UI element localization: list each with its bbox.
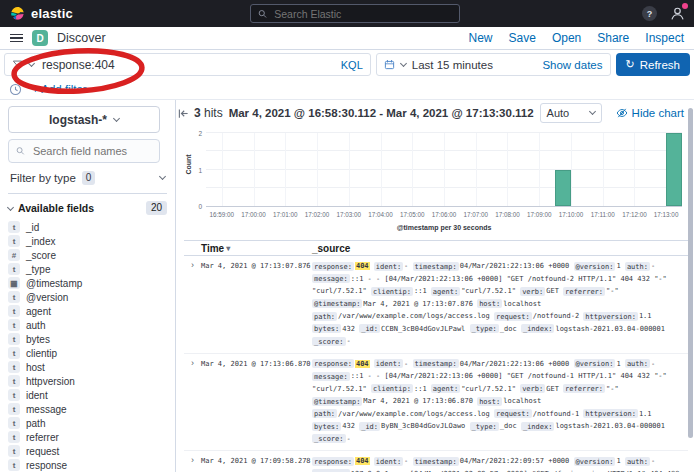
gridline <box>571 133 572 206</box>
y-tick-label: 2 <box>198 130 202 137</box>
field-item-@timestamp[interactable]: ▦@timestamp <box>8 276 167 290</box>
expand-row-icon[interactable]: › <box>184 455 201 472</box>
scrollbar[interactable] <box>688 108 693 438</box>
field-item-bytes[interactable]: tbytes <box>8 332 167 346</box>
gridline <box>507 133 508 206</box>
field-item-agent[interactable]: tagent <box>8 304 167 318</box>
expand-row-icon[interactable]: › <box>184 358 201 446</box>
field-item-_score[interactable]: #_score <box>8 248 167 262</box>
hide-chart-button[interactable]: Hide chart <box>616 107 684 119</box>
field-search-input[interactable] <box>31 144 152 158</box>
saved-query-icon[interactable] <box>9 83 22 96</box>
user-avatar[interactable] <box>669 5 686 22</box>
query-language-button[interactable]: KQL <box>341 59 363 71</box>
histogram-bar[interactable] <box>666 133 682 206</box>
source-field-badge: referrer: <box>563 384 605 393</box>
source-value: _doc <box>500 422 517 430</box>
source-value: GET <box>546 287 559 295</box>
field-item-referrer[interactable]: treferrer <box>8 430 167 444</box>
source-field-badge: @timestamp: <box>312 397 362 406</box>
chart-plot[interactable]: 012 <box>206 133 682 207</box>
field-item-httpversion[interactable]: thttpversion <box>8 374 167 388</box>
field-item-_type[interactable]: t_type <box>8 262 167 276</box>
new-button[interactable]: New <box>469 31 493 45</box>
field-item-_index[interactable]: t_index <box>8 234 167 248</box>
source-value: Mar 4, 2021 @ 17:13:07.876 <box>363 300 473 308</box>
x-tick-label: 17:13:00 <box>654 211 679 218</box>
source-field-badge: ident: <box>374 359 403 368</box>
sort-desc-icon: ▾ <box>226 244 230 253</box>
open-button[interactable]: Open <box>552 31 581 45</box>
field-label: referrer <box>26 432 59 443</box>
field-item-clientip[interactable]: tclientip <box>8 346 167 360</box>
global-header: elastic ? <box>0 0 694 27</box>
query-input-box[interactable]: KQL <box>4 53 371 76</box>
chevron-down-icon[interactable] <box>400 59 407 66</box>
row-timestamp: Mar 4, 2021 @ 17:09:58.278 <box>201 455 312 472</box>
table-row: ›Mar 4, 2021 @ 17:13:06.870response:404 … <box>184 354 688 452</box>
filter-by-type[interactable]: Filter by type 0 <box>8 163 167 194</box>
discover-main: 3 hits Mar 4, 2021 @ 16:58:30.112 - Mar … <box>176 100 694 472</box>
refresh-icon: ↻ <box>626 58 635 71</box>
field-item-_id[interactable]: t_id <box>8 220 167 234</box>
date-picker[interactable]: Last 15 minutes Show dates <box>376 53 611 76</box>
index-pattern-select[interactable]: logstash-* <box>8 106 160 133</box>
source-field-badge: response: <box>312 359 354 368</box>
source-field-badge: verb: <box>520 287 545 296</box>
field-type-icon: # <box>8 249 20 261</box>
source-field-badge: httpversion: <box>583 409 638 418</box>
available-fields-header[interactable]: Available fields 20 <box>8 194 167 220</box>
show-dates-button[interactable]: Show dates <box>542 59 602 71</box>
global-search[interactable] <box>250 4 460 23</box>
elastic-brand[interactable]: elastic <box>10 6 73 21</box>
chevron-down-icon <box>7 203 14 210</box>
source-field-badge: bytes: <box>312 324 341 333</box>
hits-bar: 3 hits Mar 4, 2021 @ 16:58:30.112 - Mar … <box>184 100 688 125</box>
refresh-button[interactable]: ↻ Refresh <box>616 53 691 76</box>
field-item-request[interactable]: trequest <box>8 444 167 458</box>
source-field-badge: clientip: <box>371 384 413 393</box>
source-value: - <box>404 262 408 270</box>
gridline <box>634 133 635 206</box>
field-item-ident[interactable]: tident <box>8 388 167 402</box>
help-icon[interactable]: ? <box>642 6 657 21</box>
field-item-response[interactable]: tresponse <box>8 458 167 472</box>
source-value: "-" <box>606 287 619 295</box>
save-button[interactable]: Save <box>509 31 536 45</box>
field-item-auth[interactable]: tauth <box>8 318 167 332</box>
source-field-badge: timestamp: <box>413 457 459 466</box>
source-value: 04/Mar/2021:22:09:57 +0000 <box>460 457 570 465</box>
histogram-bar[interactable] <box>555 170 571 207</box>
add-filter-button[interactable]: + Add filter <box>32 83 87 95</box>
breadcrumb[interactable]: Discover <box>57 31 106 45</box>
field-item-path[interactable]: tpath <box>8 416 167 430</box>
inspect-button[interactable]: Inspect <box>645 31 684 45</box>
menu-icon[interactable] <box>10 34 23 43</box>
share-button[interactable]: Share <box>597 31 629 45</box>
interval-select[interactable]: Auto <box>540 103 602 123</box>
field-item-@version[interactable]: t@version <box>8 290 167 304</box>
query-input[interactable] <box>40 57 335 73</box>
source-value: ::1 <box>414 385 427 393</box>
space-badge[interactable]: D <box>32 30 48 46</box>
collapse-sidebar-icon[interactable] <box>178 108 189 119</box>
field-search[interactable] <box>8 139 160 163</box>
source-value: logstash-2021.03.04-000001 <box>555 422 665 430</box>
source-column-header: _source <box>312 243 688 254</box>
source-field-badge: _index: <box>521 324 555 333</box>
gridline <box>254 133 255 206</box>
field-item-host[interactable]: thost <box>8 360 167 374</box>
time-range-value[interactable]: Last 15 minutes <box>412 59 493 71</box>
time-column-header[interactable]: Time▾ <box>184 243 312 254</box>
filter-menu-icon[interactable] <box>12 59 23 70</box>
row-timestamp: Mar 4, 2021 @ 17:13:07.876 <box>201 260 312 348</box>
global-search-input[interactable] <box>272 7 452 21</box>
calendar-icon[interactable] <box>384 59 395 70</box>
field-type-icon: t <box>8 361 20 373</box>
field-item-message[interactable]: tmessage <box>8 402 167 416</box>
histogram-chart[interactable]: Count 012 16:59:0017:00:0017:01:0017:02:… <box>184 127 688 237</box>
chevron-down-icon[interactable] <box>28 59 35 66</box>
field-type-icon: t <box>8 221 20 233</box>
filter-by-type-label: Filter by type <box>10 172 76 184</box>
expand-row-icon[interactable]: › <box>184 260 201 348</box>
